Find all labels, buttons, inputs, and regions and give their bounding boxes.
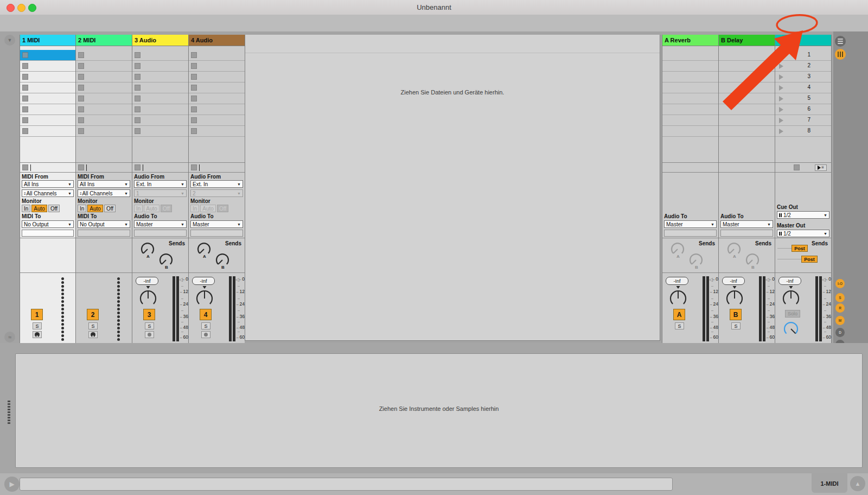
clip-stop-button[interactable] — [135, 74, 141, 80]
volume-display[interactable]: -Inf — [722, 277, 745, 285]
clip-slot[interactable] — [189, 93, 245, 104]
clip-slot[interactable] — [662, 115, 718, 126]
input-type-dropdown[interactable]: All Ins▼ — [22, 180, 74, 188]
solo-button[interactable]: S — [675, 322, 684, 329]
clip-slot[interactable] — [719, 50, 775, 61]
clip-slot[interactable] — [76, 115, 132, 126]
clip-slot[interactable] — [189, 50, 245, 61]
clip-slot[interactable] — [76, 126, 132, 137]
solo-button[interactable]: S — [145, 322, 154, 329]
output-type-dropdown[interactable]: Master▼ — [134, 220, 187, 228]
track-title[interactable]: 2 MIDI — [76, 35, 132, 46]
clip-slot[interactable] — [189, 126, 245, 137]
clip-slot[interactable] — [76, 104, 132, 115]
clip-stop-button[interactable] — [191, 74, 197, 80]
scene-overview-toggle[interactable] — [835, 36, 846, 47]
scene-launch-icon[interactable] — [779, 53, 783, 58]
clip-stop-button[interactable] — [22, 52, 28, 58]
volume-display[interactable]: -Inf — [666, 277, 688, 285]
clip-slot[interactable] — [719, 93, 775, 104]
clip-stop-button[interactable] — [135, 117, 141, 123]
pan-knob[interactable] — [725, 286, 745, 308]
send-a-knob[interactable]: A — [196, 242, 213, 258]
clip-stop-button[interactable] — [78, 52, 84, 58]
output-type-dropdown[interactable]: No Output▼ — [22, 220, 74, 228]
clip-stop-button[interactable] — [78, 85, 84, 91]
pan-knob[interactable] — [669, 286, 688, 308]
clip-slot[interactable] — [20, 61, 75, 72]
input-channel-dropdown[interactable]: ⁞⁞All Channels▼ — [78, 189, 130, 197]
clip-slot[interactable] — [76, 82, 132, 93]
clip-slot[interactable] — [662, 50, 718, 61]
output-type-dropdown[interactable]: Master▼ — [720, 220, 773, 228]
volume-display[interactable]: -Inf — [136, 277, 158, 285]
scene-row[interactable]: 7 — [775, 115, 831, 126]
output-type-dropdown[interactable]: No Output▼ — [78, 220, 130, 228]
clip-stop-button[interactable] — [191, 63, 197, 69]
clip-slot[interactable] — [132, 82, 188, 93]
pan-knob[interactable] — [139, 286, 158, 308]
clip-stop-button[interactable] — [22, 85, 28, 91]
clip-slot[interactable] — [662, 82, 718, 93]
clip-slot[interactable] — [76, 61, 132, 72]
clip-slot[interactable] — [20, 50, 75, 61]
solo-button[interactable]: S — [33, 322, 42, 329]
clip-slot[interactable] — [132, 115, 188, 126]
clip-stop-button[interactable] — [191, 96, 197, 101]
clip-slot[interactable] — [719, 72, 775, 82]
clip-slot[interactable] — [719, 82, 775, 93]
send-a-pre-post-toggle[interactable]: Post — [792, 245, 808, 252]
clip-slot[interactable] — [76, 50, 132, 61]
clip-stop-button[interactable] — [191, 117, 197, 123]
track-title[interactable]: 3 Audio — [132, 35, 188, 46]
clip-slot[interactable] — [132, 72, 188, 82]
scene-launch-icon[interactable] — [779, 129, 783, 134]
output-type-dropdown[interactable]: Master▼ — [190, 220, 243, 228]
cue-volume-knob[interactable] — [783, 321, 800, 338]
show-io-toggle[interactable]: I-O — [835, 279, 845, 288]
midi-arm-button[interactable] — [88, 331, 98, 338]
midi-arm-button[interactable] — [33, 331, 42, 338]
monitor-in-button[interactable]: In — [22, 205, 30, 212]
track-stop-button[interactable] — [191, 164, 197, 170]
clip-slot[interactable] — [132, 104, 188, 115]
send-b-pre-post-toggle[interactable]: Post — [801, 256, 818, 263]
track-number-button[interactable]: B — [730, 309, 742, 320]
crossfader-section-toggle[interactable]: ≈ — [4, 332, 15, 342]
clip-slot[interactable] — [76, 72, 132, 82]
scene-launch-icon[interactable] — [779, 74, 783, 80]
clip-slot[interactable] — [189, 82, 245, 93]
detail-drag-handle[interactable] — [8, 401, 11, 425]
scene-row[interactable]: 2 — [775, 61, 831, 72]
monitor-off-button[interactable]: Off — [48, 205, 60, 212]
clip-slot[interactable] — [662, 104, 718, 115]
track-stop-button[interactable] — [78, 164, 84, 170]
cue-out-dropdown[interactable]: 1/2▼ — [777, 211, 829, 219]
mixer-view-toggle[interactable] — [835, 49, 846, 60]
input-type-dropdown[interactable]: All Ins▼ — [78, 180, 130, 188]
clip-stop-button[interactable] — [78, 63, 84, 69]
clip-slot[interactable] — [189, 115, 245, 126]
show-mixer-toggle[interactable]: M — [835, 316, 845, 325]
scene-launch-icon[interactable] — [779, 118, 783, 123]
clip-slot[interactable] — [20, 82, 75, 93]
clip-stop-button[interactable] — [135, 63, 141, 69]
clip-slot[interactable] — [132, 126, 188, 137]
clip-slot[interactable] — [662, 93, 718, 104]
scene-row[interactable]: 4 — [775, 82, 831, 93]
solo-button[interactable]: S — [88, 322, 98, 329]
clip-stop-button[interactable] — [22, 128, 28, 134]
clip-stop-button[interactable] — [191, 106, 197, 112]
track-number-button[interactable]: A — [673, 309, 685, 320]
clip-stop-button[interactable] — [78, 117, 84, 123]
scene-launch-icon[interactable] — [779, 64, 783, 69]
main-drop-area[interactable]: Ziehen Sie Dateien und Geräte hierhin. — [245, 35, 660, 341]
device-drop-area[interactable]: Ziehen Sie Instrumente oder Samples hier… — [15, 353, 863, 468]
monitor-in-button[interactable]: In — [78, 205, 86, 212]
clip-stop-button[interactable] — [135, 96, 141, 101]
clip-slot[interactable] — [76, 93, 132, 104]
track-stop-button[interactable] — [22, 164, 28, 170]
scene-row[interactable]: 5 — [775, 93, 831, 104]
record-arm-button[interactable] — [201, 331, 210, 338]
solo-button[interactable]: S — [201, 322, 210, 329]
